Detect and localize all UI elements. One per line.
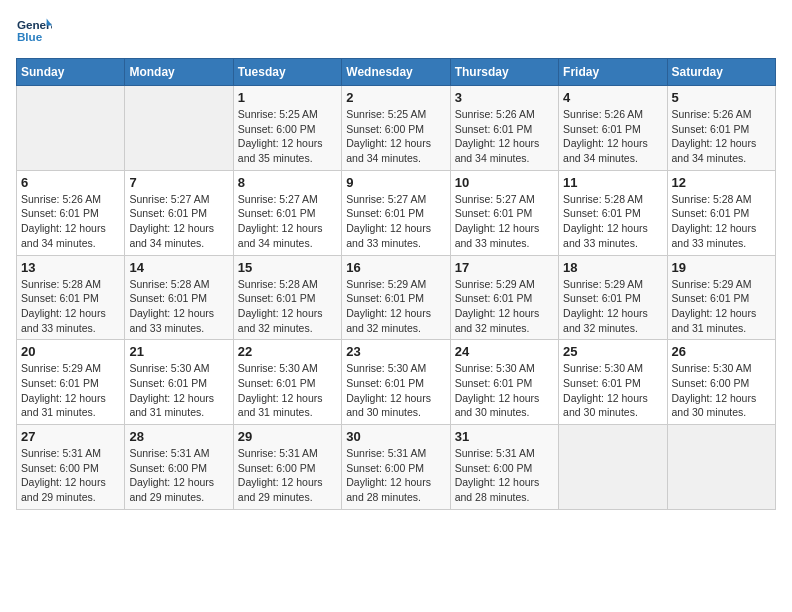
day-detail: Sunrise: 5:29 AM Sunset: 6:01 PM Dayligh… — [672, 277, 771, 336]
day-number: 17 — [455, 260, 554, 275]
day-number: 24 — [455, 344, 554, 359]
calendar-cell: 30Sunrise: 5:31 AM Sunset: 6:00 PM Dayli… — [342, 425, 450, 510]
day-number: 8 — [238, 175, 337, 190]
calendar-cell: 5Sunrise: 5:26 AM Sunset: 6:01 PM Daylig… — [667, 86, 775, 171]
day-number: 4 — [563, 90, 662, 105]
calendar-week-row: 13Sunrise: 5:28 AM Sunset: 6:01 PM Dayli… — [17, 255, 776, 340]
weekday-header: Wednesday — [342, 59, 450, 86]
calendar-cell — [559, 425, 667, 510]
day-detail: Sunrise: 5:27 AM Sunset: 6:01 PM Dayligh… — [346, 192, 445, 251]
day-number: 28 — [129, 429, 228, 444]
day-number: 12 — [672, 175, 771, 190]
day-number: 20 — [21, 344, 120, 359]
day-detail: Sunrise: 5:28 AM Sunset: 6:01 PM Dayligh… — [21, 277, 120, 336]
day-detail: Sunrise: 5:29 AM Sunset: 6:01 PM Dayligh… — [21, 361, 120, 420]
day-number: 18 — [563, 260, 662, 275]
calendar-cell: 16Sunrise: 5:29 AM Sunset: 6:01 PM Dayli… — [342, 255, 450, 340]
day-detail: Sunrise: 5:31 AM Sunset: 6:00 PM Dayligh… — [238, 446, 337, 505]
header: General Blue — [16, 16, 776, 46]
day-detail: Sunrise: 5:31 AM Sunset: 6:00 PM Dayligh… — [455, 446, 554, 505]
day-detail: Sunrise: 5:30 AM Sunset: 6:01 PM Dayligh… — [238, 361, 337, 420]
calendar-week-row: 1Sunrise: 5:25 AM Sunset: 6:00 PM Daylig… — [17, 86, 776, 171]
day-number: 7 — [129, 175, 228, 190]
calendar-cell: 8Sunrise: 5:27 AM Sunset: 6:01 PM Daylig… — [233, 170, 341, 255]
day-detail: Sunrise: 5:25 AM Sunset: 6:00 PM Dayligh… — [238, 107, 337, 166]
day-number: 23 — [346, 344, 445, 359]
day-detail: Sunrise: 5:26 AM Sunset: 6:01 PM Dayligh… — [21, 192, 120, 251]
day-detail: Sunrise: 5:28 AM Sunset: 6:01 PM Dayligh… — [672, 192, 771, 251]
day-detail: Sunrise: 5:30 AM Sunset: 6:01 PM Dayligh… — [455, 361, 554, 420]
day-number: 13 — [21, 260, 120, 275]
day-number: 6 — [21, 175, 120, 190]
weekday-header: Monday — [125, 59, 233, 86]
calendar-cell: 15Sunrise: 5:28 AM Sunset: 6:01 PM Dayli… — [233, 255, 341, 340]
calendar-header: SundayMondayTuesdayWednesdayThursdayFrid… — [17, 59, 776, 86]
calendar-cell: 13Sunrise: 5:28 AM Sunset: 6:01 PM Dayli… — [17, 255, 125, 340]
day-detail: Sunrise: 5:29 AM Sunset: 6:01 PM Dayligh… — [346, 277, 445, 336]
day-number: 21 — [129, 344, 228, 359]
day-detail: Sunrise: 5:30 AM Sunset: 6:01 PM Dayligh… — [346, 361, 445, 420]
day-number: 22 — [238, 344, 337, 359]
calendar-cell: 11Sunrise: 5:28 AM Sunset: 6:01 PM Dayli… — [559, 170, 667, 255]
logo: General Blue — [16, 16, 52, 46]
day-number: 31 — [455, 429, 554, 444]
calendar-cell: 18Sunrise: 5:29 AM Sunset: 6:01 PM Dayli… — [559, 255, 667, 340]
day-detail: Sunrise: 5:29 AM Sunset: 6:01 PM Dayligh… — [455, 277, 554, 336]
calendar-cell: 10Sunrise: 5:27 AM Sunset: 6:01 PM Dayli… — [450, 170, 558, 255]
calendar-cell: 31Sunrise: 5:31 AM Sunset: 6:00 PM Dayli… — [450, 425, 558, 510]
day-detail: Sunrise: 5:31 AM Sunset: 6:00 PM Dayligh… — [129, 446, 228, 505]
calendar-cell: 20Sunrise: 5:29 AM Sunset: 6:01 PM Dayli… — [17, 340, 125, 425]
calendar-cell: 2Sunrise: 5:25 AM Sunset: 6:00 PM Daylig… — [342, 86, 450, 171]
calendar-week-row: 20Sunrise: 5:29 AM Sunset: 6:01 PM Dayli… — [17, 340, 776, 425]
calendar-cell — [667, 425, 775, 510]
day-number: 30 — [346, 429, 445, 444]
calendar-week-row: 27Sunrise: 5:31 AM Sunset: 6:00 PM Dayli… — [17, 425, 776, 510]
day-number: 1 — [238, 90, 337, 105]
calendar-cell: 6Sunrise: 5:26 AM Sunset: 6:01 PM Daylig… — [17, 170, 125, 255]
calendar-cell: 19Sunrise: 5:29 AM Sunset: 6:01 PM Dayli… — [667, 255, 775, 340]
calendar-cell: 26Sunrise: 5:30 AM Sunset: 6:00 PM Dayli… — [667, 340, 775, 425]
day-number: 15 — [238, 260, 337, 275]
day-number: 27 — [21, 429, 120, 444]
calendar-cell: 1Sunrise: 5:25 AM Sunset: 6:00 PM Daylig… — [233, 86, 341, 171]
calendar-cell: 3Sunrise: 5:26 AM Sunset: 6:01 PM Daylig… — [450, 86, 558, 171]
day-detail: Sunrise: 5:28 AM Sunset: 6:01 PM Dayligh… — [129, 277, 228, 336]
calendar-week-row: 6Sunrise: 5:26 AM Sunset: 6:01 PM Daylig… — [17, 170, 776, 255]
calendar-cell: 25Sunrise: 5:30 AM Sunset: 6:01 PM Dayli… — [559, 340, 667, 425]
day-number: 16 — [346, 260, 445, 275]
calendar-cell: 24Sunrise: 5:30 AM Sunset: 6:01 PM Dayli… — [450, 340, 558, 425]
calendar-table: SundayMondayTuesdayWednesdayThursdayFrid… — [16, 58, 776, 510]
day-detail: Sunrise: 5:27 AM Sunset: 6:01 PM Dayligh… — [455, 192, 554, 251]
day-number: 14 — [129, 260, 228, 275]
weekday-header: Friday — [559, 59, 667, 86]
calendar-cell: 27Sunrise: 5:31 AM Sunset: 6:00 PM Dayli… — [17, 425, 125, 510]
calendar-cell: 12Sunrise: 5:28 AM Sunset: 6:01 PM Dayli… — [667, 170, 775, 255]
calendar-cell: 23Sunrise: 5:30 AM Sunset: 6:01 PM Dayli… — [342, 340, 450, 425]
day-detail: Sunrise: 5:26 AM Sunset: 6:01 PM Dayligh… — [563, 107, 662, 166]
day-detail: Sunrise: 5:29 AM Sunset: 6:01 PM Dayligh… — [563, 277, 662, 336]
day-number: 2 — [346, 90, 445, 105]
calendar-cell: 14Sunrise: 5:28 AM Sunset: 6:01 PM Dayli… — [125, 255, 233, 340]
weekday-header: Saturday — [667, 59, 775, 86]
day-number: 25 — [563, 344, 662, 359]
calendar-cell — [125, 86, 233, 171]
weekday-header: Thursday — [450, 59, 558, 86]
day-detail: Sunrise: 5:28 AM Sunset: 6:01 PM Dayligh… — [238, 277, 337, 336]
day-detail: Sunrise: 5:27 AM Sunset: 6:01 PM Dayligh… — [129, 192, 228, 251]
day-detail: Sunrise: 5:28 AM Sunset: 6:01 PM Dayligh… — [563, 192, 662, 251]
day-detail: Sunrise: 5:30 AM Sunset: 6:01 PM Dayligh… — [563, 361, 662, 420]
weekday-header: Tuesday — [233, 59, 341, 86]
calendar-cell: 4Sunrise: 5:26 AM Sunset: 6:01 PM Daylig… — [559, 86, 667, 171]
calendar-cell: 7Sunrise: 5:27 AM Sunset: 6:01 PM Daylig… — [125, 170, 233, 255]
day-detail: Sunrise: 5:26 AM Sunset: 6:01 PM Dayligh… — [672, 107, 771, 166]
day-number: 19 — [672, 260, 771, 275]
day-number: 29 — [238, 429, 337, 444]
day-number: 26 — [672, 344, 771, 359]
day-number: 11 — [563, 175, 662, 190]
day-detail: Sunrise: 5:30 AM Sunset: 6:00 PM Dayligh… — [672, 361, 771, 420]
logo-icon: General Blue — [16, 16, 52, 46]
calendar-cell: 9Sunrise: 5:27 AM Sunset: 6:01 PM Daylig… — [342, 170, 450, 255]
calendar-cell: 22Sunrise: 5:30 AM Sunset: 6:01 PM Dayli… — [233, 340, 341, 425]
day-detail: Sunrise: 5:31 AM Sunset: 6:00 PM Dayligh… — [21, 446, 120, 505]
calendar-body: 1Sunrise: 5:25 AM Sunset: 6:00 PM Daylig… — [17, 86, 776, 510]
